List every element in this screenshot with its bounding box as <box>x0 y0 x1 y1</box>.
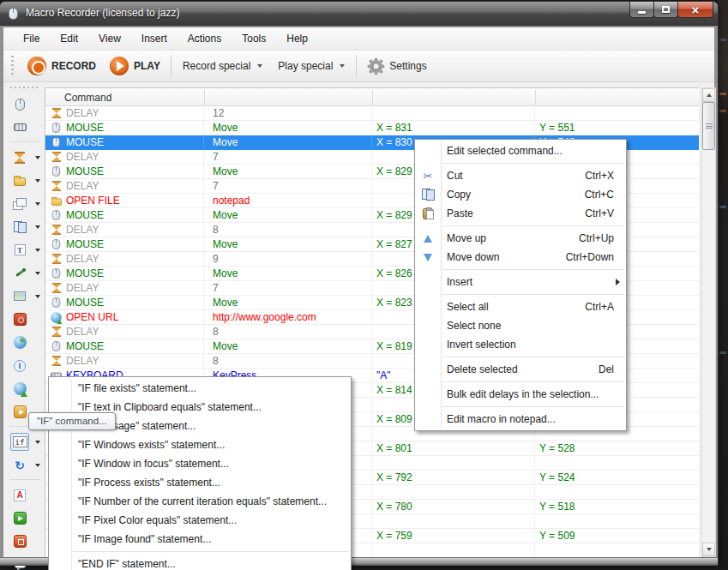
scrollbar-thumb[interactable] <box>702 102 715 150</box>
web-command-tool[interactable] <box>5 331 45 354</box>
menu-help[interactable]: Help <box>277 29 317 48</box>
vertical-scrollbar[interactable] <box>701 87 716 557</box>
text-capture-command-tool[interactable] <box>5 483 45 507</box>
if-menu-item-end-if-statement[interactable]: "END IF" statement... <box>49 555 351 570</box>
play-special-dropdown[interactable]: Play special <box>270 57 352 75</box>
mouse-command-tool[interactable] <box>5 93 45 116</box>
if-menu-item-if-pixel-color-equals-statement[interactable]: "IF Pixel Color equals" statement... <box>49 511 351 530</box>
context-menu-item-move-up[interactable]: Move upCtrl+Up <box>415 229 626 248</box>
cell-value[interactable]: 8 <box>204 354 372 368</box>
record-special-dropdown[interactable]: Record special <box>175 57 270 75</box>
dropdown-arrow-icon[interactable] <box>35 179 40 183</box>
if-menu-item-if-process-exists-statement[interactable]: "IF Process exists" statement... <box>49 473 351 492</box>
scroll-up-button[interactable] <box>702 88 715 102</box>
dropdown-arrow-icon[interactable] <box>35 156 40 159</box>
cell-value[interactable]: 7 <box>204 281 372 295</box>
text-command-tool[interactable] <box>5 238 45 261</box>
cell-y[interactable] <box>535 106 699 120</box>
maximize-button[interactable] <box>653 2 678 18</box>
column-divider[interactable] <box>204 90 205 104</box>
close-button[interactable]: × <box>677 2 713 18</box>
context-menu-item-move-down[interactable]: Move downCtrl+Down <box>415 248 626 267</box>
dropdown-arrow-icon[interactable] <box>35 441 40 444</box>
cell-command[interactable]: MOUSE <box>45 135 204 149</box>
cell-command[interactable]: DELAY <box>45 354 204 368</box>
dropdown-arrow-icon[interactable] <box>35 225 40 229</box>
context-menu-item-copy[interactable]: CopyCtrl+C <box>415 185 626 204</box>
cell-command[interactable]: DELAY <box>45 150 204 164</box>
cell-y[interactable]: Y = 509 <box>535 529 699 543</box>
cell-value[interactable]: Move <box>204 339 372 353</box>
shutdown-command-tool[interactable] <box>5 308 45 331</box>
cell-value[interactable]: Move <box>204 165 372 178</box>
table-header[interactable]: Command <box>45 88 699 106</box>
cell-command[interactable]: DELAY <box>45 223 204 237</box>
table-row[interactable]: MOUSEMoveX = 831Y = 551 <box>45 121 699 135</box>
cell-value[interactable]: Move <box>204 296 372 309</box>
cell-value[interactable]: Move <box>204 267 372 280</box>
pixel-color-command-tool[interactable] <box>5 261 45 285</box>
cell-x[interactable]: X = 780 <box>372 500 535 513</box>
open-file-command-tool[interactable] <box>5 169 45 192</box>
cell-x[interactable]: X = 759 <box>372 529 535 543</box>
if-menu-item-if-window-in-focus-statement[interactable]: "IF Window in focus" statement... <box>49 454 351 473</box>
context-menu-item-paste[interactable]: PasteCtrl+V <box>415 204 626 223</box>
stop-command-tool[interactable] <box>5 530 45 553</box>
cell-y[interactable]: Y = 524 <box>535 471 699 484</box>
message-command-tool[interactable] <box>5 354 45 377</box>
if-menu-item-if-image-found-statement[interactable]: "IF Image found" statement... <box>49 530 351 549</box>
context-menu-item-select-all[interactable]: Select allCtrl+A <box>415 297 626 316</box>
scroll-down-button[interactable] <box>702 543 715 556</box>
dropdown-arrow-icon[interactable] <box>35 464 40 467</box>
cell-value[interactable]: 8 <box>204 325 372 339</box>
if-menu-item-if-number-of-the-current-iteration-equals-statement[interactable]: "IF Number of the current iteration equa… <box>49 492 351 511</box>
menu-file[interactable]: File <box>14 29 49 48</box>
context-menu-item-insert[interactable]: Insert <box>415 273 626 291</box>
cell-command[interactable]: OPEN URL <box>45 310 204 324</box>
cell-command[interactable]: DELAY <box>45 252 204 266</box>
cell-command[interactable]: OPEN FILE <box>45 194 204 207</box>
context-menu-item-delete-selected[interactable]: Delete selectedDel <box>415 360 626 379</box>
goto-command-tool[interactable] <box>5 507 45 530</box>
cell-x[interactable]: X = 831 <box>372 121 535 135</box>
if-menu-item-if-windows-exists-statement[interactable]: "IF Windows exists" statement... <box>49 435 351 454</box>
repeat-command-tool[interactable] <box>5 453 45 477</box>
cell-command[interactable]: DELAY <box>45 325 204 339</box>
settings-button[interactable]: Settings <box>360 57 434 76</box>
cell-command[interactable]: MOUSE <box>45 165 204 178</box>
cell-y[interactable]: Y = 518 <box>535 500 699 513</box>
keyboard-command-tool[interactable] <box>5 116 45 139</box>
context-menu-item-edit-selected-command[interactable]: Edit selected command... <box>415 141 626 160</box>
context-menu-item-bulk-edit-delays-in-the-selection[interactable]: Bulk edit delays in the selection... <box>415 385 626 404</box>
column-divider[interactable] <box>535 90 536 104</box>
cell-command[interactable]: DELAY <box>45 106 204 120</box>
cell-value[interactable]: 9 <box>204 252 372 266</box>
play-button[interactable]: PLAY <box>103 53 167 79</box>
delay-command-tool[interactable] <box>5 146 45 169</box>
command-column-header[interactable]: Command <box>64 92 111 104</box>
cell-command[interactable]: MOUSE <box>45 296 204 309</box>
cell-value[interactable]: Move <box>204 135 372 149</box>
cell-value[interactable]: 12 <box>204 106 372 120</box>
cell-value[interactable]: 8 <box>204 223 372 237</box>
open-url-command-tool[interactable] <box>5 377 45 400</box>
menu-tools[interactable]: Tools <box>232 29 275 48</box>
cell-command[interactable]: MOUSE <box>45 237 204 251</box>
dropdown-arrow-icon[interactable] <box>35 202 40 206</box>
cell-y[interactable] <box>535 543 699 557</box>
if-menu-item-if-file-exists-statement[interactable]: "IF file exists" statement... <box>49 379 351 398</box>
if-command-tool[interactable] <box>5 430 45 453</box>
cell-value[interactable]: 7 <box>204 179 372 193</box>
context-menu-item-cut[interactable]: ✂CutCtrl+X <box>415 166 626 185</box>
cell-value[interactable]: 7 <box>204 150 372 164</box>
cell-y[interactable] <box>535 456 699 470</box>
record-button[interactable]: RECORD <box>21 53 103 79</box>
sidebar-grip[interactable] <box>10 86 39 89</box>
toolbar-grip[interactable] <box>11 56 14 76</box>
minimize-button[interactable] <box>629 2 654 18</box>
cell-command[interactable]: MOUSE <box>45 339 204 353</box>
cell-command[interactable]: DELAY <box>45 281 204 295</box>
cell-x[interactable] <box>372 485 535 499</box>
clipboard-command-tool[interactable] <box>5 215 45 238</box>
dropdown-arrow-icon[interactable] <box>35 272 40 275</box>
